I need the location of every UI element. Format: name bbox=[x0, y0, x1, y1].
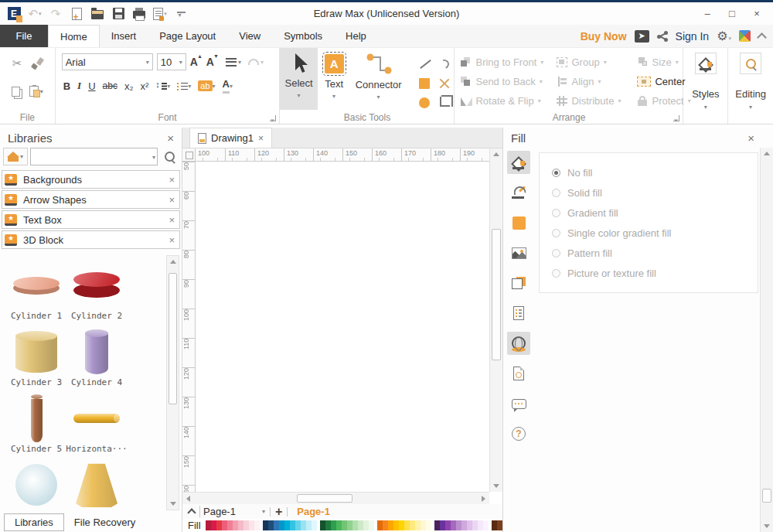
scroll-left-icon[interactable] bbox=[182, 493, 194, 504]
fill-option[interactable]: Gradient fill bbox=[540, 203, 758, 223]
library-shape[interactable]: Cylinder 1 bbox=[6, 260, 66, 326]
color-swatch[interactable] bbox=[492, 520, 497, 530]
color-swatch[interactable] bbox=[451, 520, 456, 530]
radio-icon[interactable] bbox=[552, 209, 560, 217]
close-icon[interactable]: × bbox=[258, 133, 264, 144]
color-swatch[interactable] bbox=[472, 520, 478, 530]
radio-icon[interactable] bbox=[552, 249, 560, 257]
color-swatch[interactable] bbox=[290, 520, 295, 530]
select-tool-button[interactable]: Select ▾ bbox=[280, 48, 317, 110]
color-swatch[interactable] bbox=[388, 520, 393, 530]
text-highlight-button[interactable]: ab▾ bbox=[198, 80, 215, 91]
tab-view[interactable]: View bbox=[227, 25, 272, 47]
underline-button[interactable]: U bbox=[88, 80, 95, 92]
drawing-canvas[interactable] bbox=[196, 162, 489, 492]
color-swatch[interactable] bbox=[399, 520, 404, 530]
fill-panel-scrollbar[interactable] bbox=[760, 148, 773, 532]
tab-file-recovery[interactable]: File Recovery bbox=[64, 514, 145, 530]
scroll-up-icon[interactable] bbox=[490, 148, 502, 160]
send-to-back-button[interactable]: Send to Back▾ bbox=[461, 72, 557, 91]
line-spacing-button[interactable]: ▾ bbox=[155, 81, 170, 90]
color-swatch[interactable] bbox=[410, 520, 415, 530]
close-icon[interactable]: × bbox=[169, 174, 175, 186]
color-swatch[interactable] bbox=[347, 520, 352, 530]
radio-icon[interactable] bbox=[552, 169, 560, 177]
group-button[interactable]: Group▾ bbox=[557, 53, 637, 72]
ellipse-icon[interactable] bbox=[419, 97, 430, 108]
close-icon[interactable]: × bbox=[167, 131, 174, 145]
close-icon[interactable]: × bbox=[169, 194, 175, 206]
radio-icon[interactable] bbox=[552, 189, 560, 197]
color-swatch[interactable] bbox=[404, 520, 410, 530]
undo-button[interactable]: ↶▾ bbox=[27, 6, 43, 22]
scroll-down-icon[interactable] bbox=[490, 480, 502, 492]
color-swatch[interactable] bbox=[249, 520, 254, 530]
color-swatch[interactable] bbox=[456, 520, 461, 530]
center-button[interactable]: Center bbox=[637, 72, 686, 91]
scroll-right-icon[interactable] bbox=[478, 493, 489, 504]
align-button[interactable]: Align▾ bbox=[557, 72, 637, 91]
color-swatch[interactable] bbox=[320, 520, 325, 530]
scroll-down-icon[interactable] bbox=[167, 498, 179, 510]
color-swatch[interactable] bbox=[331, 520, 336, 530]
library-search-input[interactable] bbox=[30, 148, 158, 165]
color-swatch[interactable] bbox=[284, 520, 290, 530]
solid-square-icon[interactable] bbox=[507, 211, 530, 234]
color-swatch[interactable] bbox=[216, 520, 222, 530]
color-swatch[interactable] bbox=[233, 520, 238, 530]
library-search-button[interactable] bbox=[160, 148, 179, 165]
close-button[interactable]: × bbox=[745, 5, 768, 22]
picture-icon[interactable] bbox=[507, 241, 530, 264]
crop-icon[interactable] bbox=[440, 97, 450, 107]
scrollbar-thumb[interactable] bbox=[297, 494, 352, 503]
color-swatch[interactable] bbox=[426, 520, 431, 530]
color-swatch[interactable] bbox=[478, 520, 483, 530]
tab-file[interactable]: File bbox=[0, 25, 48, 47]
styles-button[interactable]: Styles ▾ bbox=[683, 48, 728, 124]
document-list-icon[interactable] bbox=[507, 302, 530, 325]
color-swatch[interactable] bbox=[445, 520, 451, 530]
connector-tool-button[interactable]: Connector ▾ bbox=[351, 48, 407, 110]
paste-button[interactable]: ▾ bbox=[29, 86, 43, 97]
document-tab-drawing1[interactable]: Drawing1 × bbox=[189, 128, 272, 148]
library-shape[interactable]: Horizonta··· bbox=[66, 393, 127, 459]
page-dropdown[interactable]: Page-1 bbox=[199, 506, 236, 517]
library-section-3d-block[interactable]: ★3D Block× bbox=[2, 230, 180, 249]
scrollbar-thumb[interactable] bbox=[169, 273, 177, 404]
color-swatch[interactable] bbox=[279, 520, 284, 530]
color-swatch[interactable] bbox=[312, 520, 317, 530]
color-swatch[interactable] bbox=[342, 520, 347, 530]
color-swatch[interactable] bbox=[383, 520, 388, 530]
library-section-arrow-shapes[interactable]: ★Arrow Shapes× bbox=[2, 190, 180, 209]
canvas-vertical-scrollbar[interactable] bbox=[489, 148, 502, 492]
close-icon[interactable]: × bbox=[169, 234, 175, 246]
fill-option[interactable]: Solid fill bbox=[540, 182, 758, 203]
font-size-combo[interactable]: 10▾ bbox=[157, 53, 186, 70]
fill-option[interactable]: Single color gradient fill bbox=[540, 223, 758, 243]
edraw-logo-icon[interactable]: E bbox=[6, 6, 22, 22]
canvas-horizontal-scrollbar[interactable] bbox=[182, 492, 489, 504]
scroll-down-icon[interactable] bbox=[761, 520, 772, 532]
cut-icon[interactable]: ✂ bbox=[12, 56, 22, 70]
italic-button[interactable]: I bbox=[77, 80, 81, 92]
grow-font-button[interactable]: A▲ bbox=[190, 56, 203, 68]
line-style-icon[interactable] bbox=[507, 181, 530, 204]
copy-icon[interactable] bbox=[12, 87, 20, 97]
tab-help[interactable]: Help bbox=[334, 25, 378, 47]
size-button[interactable]: Size▾ bbox=[637, 53, 686, 72]
color-swatch[interactable] bbox=[358, 520, 363, 530]
library-home-button[interactable]: ▾ bbox=[3, 148, 28, 165]
library-shape[interactable]: Cylinder 3 bbox=[6, 326, 66, 393]
color-swatch[interactable] bbox=[336, 520, 342, 530]
color-swatch[interactable] bbox=[421, 520, 426, 530]
pages-icon[interactable] bbox=[507, 271, 530, 295]
rectangle-icon[interactable] bbox=[419, 78, 430, 89]
bold-button[interactable]: B bbox=[63, 80, 70, 92]
print-button[interactable] bbox=[131, 6, 147, 22]
text-align-button[interactable]: ▾ bbox=[226, 58, 241, 66]
protect-button[interactable]: Protect▾ bbox=[637, 91, 686, 111]
scrollbar-thumb[interactable] bbox=[762, 489, 771, 503]
color-swatch[interactable] bbox=[268, 520, 274, 530]
bring-to-front-button[interactable]: Bring to Front▾ bbox=[461, 53, 557, 72]
color-swatch[interactable] bbox=[306, 520, 312, 530]
